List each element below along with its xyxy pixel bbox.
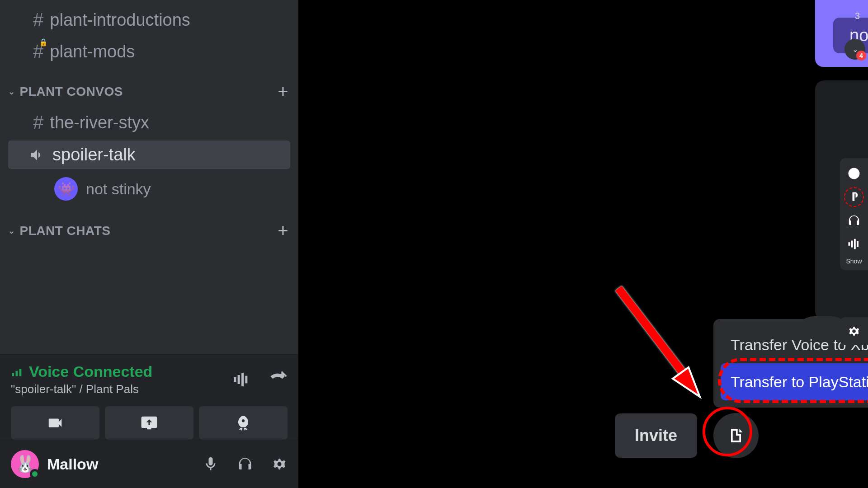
add-channel-button[interactable]: + bbox=[278, 81, 288, 102]
svg-rect-3 bbox=[234, 377, 236, 382]
category-label: PLANT CHATS bbox=[20, 224, 111, 238]
voice-call-view: not stinky ✦ ✦ No one else is here yet. … bbox=[298, 0, 868, 488]
settings-button[interactable] bbox=[271, 456, 288, 472]
lock-icon: 🔒 bbox=[39, 38, 48, 47]
voice-user-not-stinky[interactable]: not stinky bbox=[0, 171, 298, 207]
right-rail: 3 ⌄ 4 Show bbox=[840, 0, 868, 488]
notification-count: 4 bbox=[856, 51, 866, 61]
disconnect-button[interactable] bbox=[268, 370, 288, 389]
speaker-icon bbox=[29, 147, 45, 163]
voice-connected-status[interactable]: Voice Connected bbox=[11, 363, 152, 380]
mute-button[interactable] bbox=[203, 456, 219, 472]
xbox-platform-button[interactable] bbox=[844, 164, 864, 183]
voice-user-name: not stinky bbox=[86, 180, 151, 198]
invite-button[interactable]: Invite bbox=[615, 413, 697, 458]
hash-icon: # bbox=[33, 9, 43, 31]
category-plant-chats[interactable]: ⌄ PLANT CHATS + bbox=[0, 207, 298, 245]
platform-panel: Show bbox=[840, 158, 868, 270]
annotation-arrow bbox=[609, 279, 718, 415]
svg-line-9 bbox=[618, 288, 691, 383]
transfer-icon bbox=[726, 426, 746, 446]
hash-icon: # bbox=[33, 112, 43, 133]
transfer-voice-button[interactable] bbox=[713, 413, 759, 458]
soundboard-button[interactable] bbox=[844, 234, 864, 254]
svg-rect-15 bbox=[857, 241, 859, 247]
voice-channel-path: "spoiler-talk" / Plant Pals bbox=[11, 382, 152, 396]
svg-rect-4 bbox=[238, 375, 240, 384]
voice-channel-spoiler-talk[interactable]: spoiler-talk bbox=[8, 141, 290, 169]
voice-toolbar: Invite ⌄ bbox=[615, 413, 868, 458]
rocket-icon bbox=[235, 414, 252, 432]
svg-marker-10 bbox=[673, 367, 700, 397]
online-status-icon bbox=[30, 469, 40, 479]
voice-channel-label: spoiler-talk bbox=[52, 145, 136, 164]
show-label: Show bbox=[846, 258, 862, 265]
chevron-down-icon: ⌄ bbox=[8, 87, 15, 97]
channel-plant-mods[interactable]: #🔒 plant-mods bbox=[8, 36, 290, 67]
add-channel-button[interactable]: + bbox=[278, 221, 288, 241]
video-button[interactable] bbox=[11, 406, 99, 440]
channel-plant-introductions[interactable]: # plant-introductions bbox=[8, 5, 290, 35]
deafen-button[interactable] bbox=[237, 456, 253, 472]
inbox-button[interactable]: ⌄ 4 bbox=[844, 39, 865, 60]
hash-icon: #🔒 bbox=[33, 41, 43, 62]
svg-point-11 bbox=[849, 168, 860, 179]
channel-label: plant-mods bbox=[50, 42, 135, 61]
channel-the-river-styx[interactable]: # the-river-styx bbox=[8, 107, 290, 138]
screen-share-icon bbox=[141, 414, 158, 432]
voice-settings-button[interactable] bbox=[840, 317, 868, 345]
user-avatar-icon bbox=[54, 177, 78, 201]
svg-rect-12 bbox=[849, 242, 850, 246]
right-rail-number: 3 bbox=[855, 11, 860, 21]
signal-icon bbox=[11, 366, 24, 378]
channel-label: the-river-styx bbox=[50, 113, 149, 132]
camera-icon bbox=[47, 414, 64, 432]
svg-rect-13 bbox=[851, 241, 853, 248]
channel-sidebar: # plant-introductions #🔒 plant-mods ⌄ PL… bbox=[0, 0, 298, 488]
current-user-name[interactable]: Mallow bbox=[47, 455, 194, 473]
svg-rect-2 bbox=[19, 369, 22, 376]
voice-status-text: Voice Connected bbox=[29, 363, 152, 380]
activity-button[interactable] bbox=[199, 406, 288, 440]
current-user-avatar[interactable]: 🐰 bbox=[11, 450, 39, 478]
channel-label: plant-introductions bbox=[50, 10, 190, 30]
svg-rect-14 bbox=[854, 239, 856, 249]
noise-suppression-button[interactable] bbox=[231, 370, 251, 389]
voice-status-panel: Voice Connected "spoiler-talk" / Plant P… bbox=[0, 354, 298, 440]
svg-rect-1 bbox=[16, 371, 18, 376]
svg-rect-6 bbox=[245, 376, 247, 384]
svg-rect-0 bbox=[12, 373, 14, 376]
user-footer: 🐰 Mallow bbox=[0, 440, 298, 488]
category-label: PLANT CONVOS bbox=[20, 84, 123, 99]
chevron-down-icon: ⌄ bbox=[8, 226, 15, 236]
category-plant-convos[interactable]: ⌄ PLANT CONVOS + bbox=[0, 68, 298, 106]
playstation-platform-button[interactable] bbox=[844, 187, 864, 207]
svg-rect-5 bbox=[241, 373, 244, 386]
headphones-button[interactable] bbox=[844, 211, 864, 230]
screen-share-button[interactable] bbox=[105, 406, 193, 440]
